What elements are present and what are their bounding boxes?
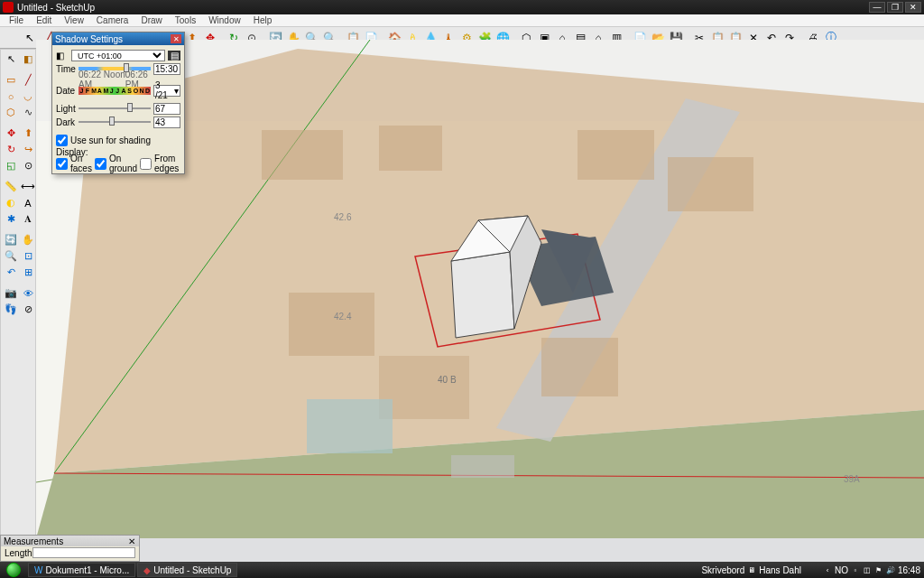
circle-tool-l[interactable]: ○ [3,89,19,104]
tray-vol-icon[interactable]: 🔊 [886,565,895,574]
tray-safe-icon[interactable]: ◫ [863,565,872,574]
time-value-input[interactable]: 15:30 [153,63,180,75]
select-tool-l[interactable]: ↖ [3,51,19,67]
on-faces-checkbox[interactable] [56,158,68,170]
maximize-button[interactable]: ❐ [887,2,903,13]
measurements-panel[interactable]: Measurements ✕ Length [0,535,140,562]
section-tool-l[interactable]: ⊘ [20,302,36,317]
move-tool-l[interactable]: ✥ [3,126,19,141]
prev-tool-l[interactable]: ↶ [3,265,19,280]
rect-tool-l[interactable]: ▭ [3,72,19,88]
menu-edit[interactable]: Edit [31,15,57,25]
dialog-title-text: Shadow Settings [55,34,123,44]
menu-file[interactable]: File [4,15,29,25]
desktop-icon[interactable]: 🖥 [747,565,756,574]
menu-camera[interactable]: Camera [91,15,134,25]
zoom-tool-l[interactable]: 🔍 [3,248,19,264]
lang-indicator[interactable]: NO [835,565,848,575]
freehand-tool-l[interactable]: ∿ [20,105,36,120]
from-edges-label: From edges [154,154,180,173]
tray-net-icon[interactable]: ▫ [851,565,860,574]
shadow-settings-dialog[interactable]: Shadow Settings ✕ ◧ UTC +01:00 ▤ Time 15… [51,32,185,174]
svg-rect-7 [262,130,343,180]
svg-text:42.4: 42.4 [334,312,352,322]
menu-draw[interactable]: Draw [135,15,167,25]
svg-rect-15 [451,455,514,478]
length-input[interactable] [32,547,135,558]
zoomext-tool-l[interactable]: ⊞ [20,265,36,280]
light-value-input[interactable]: 67 [153,103,180,115]
app-icon [3,2,14,13]
dim-tool-l[interactable]: ⟷ [20,179,36,194]
time-slider[interactable] [79,64,151,73]
follow-tool-l[interactable]: ↪ [20,142,36,157]
look-tool-l[interactable]: 👣 [3,302,19,317]
svg-rect-12 [541,338,618,396]
axes-tool-l[interactable]: ✱ [3,211,19,227]
dark-value-input[interactable]: 43 [153,117,180,128]
dialog-close-button[interactable]: ✕ [171,34,181,43]
svg-text:40 B: 40 B [438,375,457,385]
svg-rect-10 [668,157,753,211]
measurements-header[interactable]: Measurements ✕ [1,536,139,546]
arc-tool-l[interactable]: ◡ [20,89,36,104]
offset-tool-l[interactable]: ⊙ [20,158,36,173]
taskbar: W Dokument1 - Micro... ◆ Untitled - Sket… [0,562,924,578]
desktop-label[interactable]: Skrivebord [701,565,744,575]
taskbar-item-sketchup[interactable]: ◆ Untitled - SketchUp [137,563,237,577]
light-label: Light [56,104,76,114]
clock[interactable]: 16:48 [898,565,920,575]
close-button[interactable]: ✕ [905,2,921,13]
date-label: Date [56,86,76,96]
length-label: Length [5,548,32,558]
menu-window[interactable]: Window [203,15,246,25]
show-shadows-icon[interactable]: ◧ [56,51,69,61]
minimize-button[interactable]: — [869,2,885,13]
start-button[interactable] [0,562,27,578]
tray-flag-icon[interactable]: ⚑ [874,565,883,574]
taskbar-item-word[interactable]: W Dokument1 - Micro... [28,563,135,577]
rotate-tool-l[interactable]: ↻ [3,142,19,157]
menu-view[interactable]: View [59,15,89,25]
menu-tools[interactable]: Tools [170,15,201,25]
line-tool-l[interactable]: ╱ [20,72,36,88]
date-slider[interactable]: JFMAMJJASOND [79,87,151,95]
user-label: Hans Dahl [759,565,801,575]
tape-tool-l[interactable]: 📏 [3,179,19,194]
date-value-input[interactable]: 3 /21▾ [153,85,180,97]
use-sun-checkbox[interactable] [56,135,68,146]
dialog-titlebar[interactable]: Shadow Settings ✕ [52,33,184,45]
poly-tool-l[interactable]: ⬡ [3,105,19,120]
camera-tool-l[interactable]: 📷 [3,285,19,301]
tray-chevron-icon[interactable]: ‹ [823,565,832,574]
window-title: Untitled - SketchUp [17,3,95,13]
menu-help[interactable]: Help [248,15,278,25]
push-tool-l[interactable]: ⬆ [20,126,36,141]
eraser-tool-l[interactable]: ◧ [20,51,36,67]
details-icon[interactable]: ▤ [168,51,180,61]
on-ground-checkbox[interactable] [95,158,106,170]
svg-rect-11 [289,293,374,356]
walk-tool-l[interactable]: 👁 [20,285,36,301]
sketchup-icon: ◆ [143,565,151,575]
dialog-body: ◧ UTC +01:00 ▤ Time 15:30 06:22 AMNoon06… [52,45,184,173]
timezone-select[interactable]: UTC +01:00 [71,50,165,61]
svg-rect-14 [307,399,393,453]
light-slider[interactable] [79,104,151,113]
zoomwin-tool-l[interactable]: ⊡ [20,248,36,264]
window-titlebar: Untitled - SketchUp — ❐ ✕ [0,0,924,14]
svg-text:39A: 39A [844,474,860,484]
orbit-tool-l[interactable]: 🔄 [3,232,19,247]
protractor-tool-l[interactable]: ◐ [3,195,19,210]
3dtext-tool-l[interactable]: 𝐀 [20,211,36,227]
from-edges-checkbox[interactable] [140,158,152,170]
dark-slider[interactable] [79,117,151,126]
pan-tool-l[interactable]: ✋ [20,232,36,247]
word-icon: W [34,565,42,575]
svg-text:42.6: 42.6 [334,212,352,222]
text-tool-l[interactable]: A [20,195,36,210]
svg-rect-9 [578,130,654,180]
scale-tool-l[interactable]: ◱ [3,158,19,173]
measurements-close-icon[interactable]: ✕ [127,536,136,546]
left-toolbar: ↖ ◧ ▭ ╱ ○ ◡ ⬡ ∿ ✥ ⬆ ↻ ↪ ◱ ⊙ 📏 ⟷ ◐ A ✱ 𝐀 … [0,49,36,536]
